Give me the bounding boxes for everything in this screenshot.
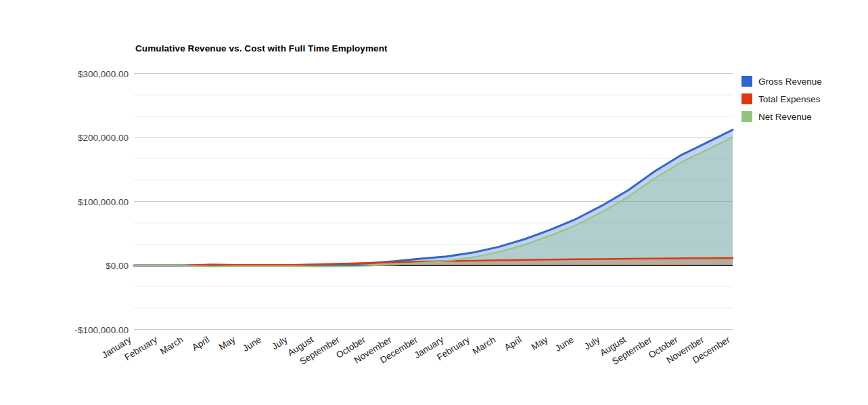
y-axis-label: $0.00: [106, 261, 129, 271]
x-axis-label: June: [553, 335, 576, 354]
chart-title: Cumulative Revenue vs. Cost with Full Ti…: [135, 43, 388, 54]
legend-label-total-expenses: Total Expenses: [758, 94, 821, 104]
legend-label-net-revenue: Net Revenue: [758, 112, 812, 122]
chart-figure: $300,000.00$200,000.00$100,000.00$0.00-$…: [0, 0, 868, 405]
series-area-net-revenue: [134, 137, 733, 267]
x-axis-label: June: [241, 335, 263, 354]
legend-swatch-net-revenue: [741, 111, 752, 122]
chart-canvas: $300,000.00$200,000.00$100,000.00$0.00-$…: [0, 0, 868, 405]
y-axis-label: $100,000.00: [78, 197, 129, 207]
x-axis-label: April: [503, 335, 524, 353]
legend-item-gross-revenue: Gross Revenue: [741, 72, 822, 90]
legend-item-total-expenses: Total Expenses: [741, 90, 822, 108]
x-axis-label: May: [217, 335, 237, 352]
legend-swatch-total-expenses: [741, 93, 752, 104]
y-axis-label: $300,000.00: [78, 69, 129, 79]
legend-item-net-revenue: Net Revenue: [741, 108, 822, 125]
y-axis-label: $200,000.00: [78, 133, 129, 143]
y-axis-label: -$100,000.00: [74, 325, 129, 335]
x-axis-label: March: [471, 335, 498, 357]
legend: Gross Revenue Total Expenses Net Revenue: [741, 72, 822, 125]
x-axis-label: May: [530, 335, 550, 352]
legend-label-gross-revenue: Gross Revenue: [758, 77, 822, 87]
legend-swatch-gross-revenue: [741, 76, 752, 87]
x-axis-label: April: [190, 335, 211, 353]
x-axis-label: March: [158, 335, 185, 357]
